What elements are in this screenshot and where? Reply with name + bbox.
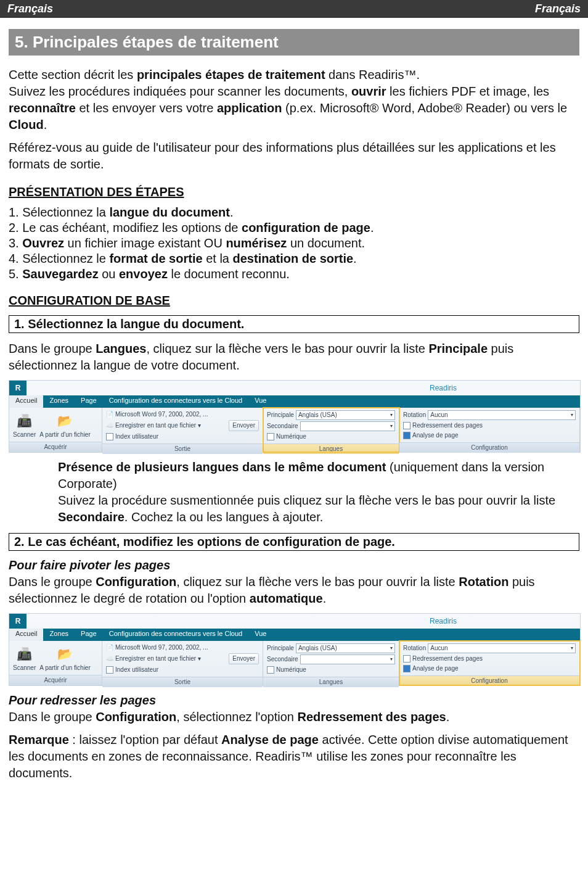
output-save-as[interactable]: Enregistrer en tant que fichier xyxy=(115,421,196,430)
principale-dropdown[interactable]: Anglais (USA)▾ xyxy=(296,410,395,420)
app-icon[interactable]: R xyxy=(9,381,27,395)
principale-dropdown[interactable]: Anglais (USA)▾ xyxy=(296,643,395,653)
analyse-checkbox[interactable] xyxy=(403,432,410,439)
app-title: Readiris xyxy=(430,617,457,625)
output-word[interactable]: Microsoft Word 97, 2000, 2002, ... xyxy=(115,643,208,652)
numerique-label: Numérique xyxy=(276,432,306,441)
page-header: Français Français xyxy=(0,0,588,18)
numerique-checkbox[interactable] xyxy=(267,666,274,674)
intro-paragraph-1: Cette section décrit les principales éta… xyxy=(9,67,579,133)
principale-label: Principale xyxy=(267,644,294,653)
ribbon-screenshot-2: R Readiris Accueil Zones Page Configurat… xyxy=(9,613,581,686)
secondaire-dropdown[interactable]: ▾ xyxy=(300,421,395,431)
redressement-checkbox[interactable] xyxy=(403,422,410,429)
header-left: Français xyxy=(7,2,53,15)
app-title: Readiris xyxy=(430,384,457,392)
redress-heading: Pour redresser les pages xyxy=(9,693,579,708)
analyse-label: Analyse de page xyxy=(412,431,459,440)
pivot-text: Dans le groupe Configuration, cliquez su… xyxy=(9,574,579,607)
tab-vue[interactable]: Vue xyxy=(248,629,272,641)
group-acquerir: Acquérir xyxy=(9,675,102,685)
word-icon: 📄 xyxy=(106,643,113,652)
tab-config[interactable]: Configuration des connecteurs vers le Cl… xyxy=(103,395,248,408)
scanner-icon: 📠 xyxy=(14,410,35,431)
step-box-1: 1. Sélectionnez la langue du document. xyxy=(9,315,579,333)
save-icon: ☁️ xyxy=(106,654,113,663)
redressement-label: Redressement des pages xyxy=(412,421,483,430)
step-box-2: 2. Le cas échéant, modifiez les options … xyxy=(9,533,579,551)
tab-accueil[interactable]: Accueil xyxy=(9,395,43,408)
scanner-icon: 📠 xyxy=(14,643,35,664)
send-button[interactable]: Envoyer xyxy=(229,653,259,664)
tab-page[interactable]: Page xyxy=(75,629,103,641)
multi-lang-note: Présence de plusieurs langues dans le mê… xyxy=(58,459,579,526)
group-configuration: Configuration xyxy=(399,675,579,686)
scanner-button[interactable]: 📠 Scanner xyxy=(13,410,36,438)
output-save-as[interactable]: Enregistrer en tant que fichier xyxy=(115,654,196,663)
numerique-checkbox[interactable] xyxy=(267,433,274,440)
folder-icon: 📂 xyxy=(55,643,76,664)
tab-config[interactable]: Configuration des connecteurs vers le Cl… xyxy=(103,629,248,641)
folder-icon: 📂 xyxy=(55,410,76,431)
group-configuration: Configuration xyxy=(399,442,579,453)
tab-vue[interactable]: Vue xyxy=(248,395,272,408)
langues-text: Dans le groupe Langues, cliquez sur la f… xyxy=(9,341,579,374)
app-icon[interactable]: R xyxy=(9,614,27,629)
secondaire-label: Secondaire xyxy=(267,655,298,664)
config-heading: CONFIGURATION DE BASE xyxy=(9,294,579,308)
intro-paragraph-2: Référez-vous au guide de l'utilisateur p… xyxy=(9,139,579,173)
rotation-label: Rotation xyxy=(403,644,426,653)
tab-page[interactable]: Page xyxy=(75,395,103,408)
output-word[interactable]: Microsoft Word 97, 2000, 2002, ... xyxy=(115,410,208,419)
word-icon: 📄 xyxy=(106,410,113,419)
tab-zones[interactable]: Zones xyxy=(43,629,75,641)
analyse-checkbox[interactable] xyxy=(403,665,410,672)
index-checkbox[interactable] xyxy=(106,666,113,674)
ribbon-screenshot-1: R Readiris Accueil Zones Page Configurat… xyxy=(9,380,581,453)
index-checkbox[interactable] xyxy=(106,433,113,440)
rotation-label: Rotation xyxy=(403,411,426,419)
save-icon: ☁️ xyxy=(106,421,113,430)
output-index[interactable]: Index utilisateur xyxy=(115,666,158,674)
rotation-dropdown[interactable]: Aucun▾ xyxy=(428,410,576,420)
secondaire-dropdown[interactable]: ▾ xyxy=(300,654,395,664)
tab-zones[interactable]: Zones xyxy=(43,395,75,408)
secondaire-label: Secondaire xyxy=(267,422,298,431)
send-button[interactable]: Envoyer xyxy=(229,420,259,431)
scanner-button[interactable]: 📠 Scanner xyxy=(13,643,36,671)
rotation-dropdown[interactable]: Aucun▾ xyxy=(428,643,576,653)
remarque-text: Remarque : laissez l'option par défaut A… xyxy=(9,732,579,782)
group-sortie: Sortie xyxy=(102,444,263,454)
presentation-heading: PRÉSENTATION DES ÉTAPES xyxy=(9,185,579,199)
redress-text: Dans le groupe Configuration, sélectionn… xyxy=(9,709,579,725)
pivot-heading: Pour faire pivoter les pages xyxy=(9,558,579,572)
tab-accueil[interactable]: Accueil xyxy=(9,629,43,641)
analyse-label: Analyse de page xyxy=(412,664,459,673)
section-title: 5. Principales étapes de traitement xyxy=(9,29,579,56)
group-sortie: Sortie xyxy=(102,677,263,687)
from-file-button[interactable]: 📂 A partir d'un fichier xyxy=(39,643,91,671)
principale-label: Principale xyxy=(267,411,294,419)
redressement-label: Redressement des pages xyxy=(412,654,483,663)
group-acquerir: Acquérir xyxy=(9,442,102,452)
steps-list: 1. Sélectionnez la langue du document. 2… xyxy=(9,205,579,281)
output-index[interactable]: Index utilisateur xyxy=(115,432,158,441)
numerique-label: Numérique xyxy=(276,666,306,674)
from-file-button[interactable]: 📂 A partir d'un fichier xyxy=(39,410,91,438)
header-right: Français xyxy=(535,2,581,15)
group-langues: Langues xyxy=(263,444,399,454)
redressement-checkbox[interactable] xyxy=(403,655,410,663)
group-langues: Langues xyxy=(263,677,399,687)
